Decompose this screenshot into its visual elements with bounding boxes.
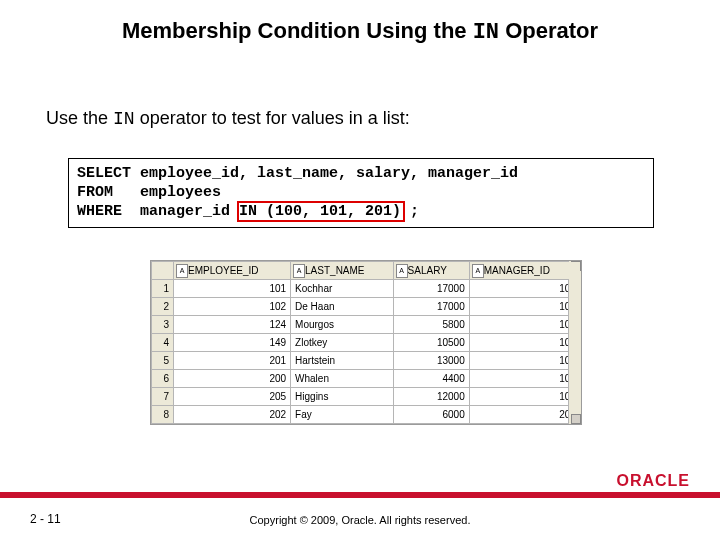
column-icon: A bbox=[396, 264, 408, 278]
slide-title: Membership Condition Using the IN Operat… bbox=[0, 18, 720, 45]
cell-salary: 17000 bbox=[393, 280, 469, 298]
header-label: MANAGER_ID bbox=[484, 265, 550, 276]
header-employee-id: AEMPLOYEE_ID bbox=[174, 262, 291, 280]
row-number: 8 bbox=[152, 406, 174, 424]
cell-last-name: Mourgos bbox=[291, 316, 394, 334]
cell-manager-id: 101 bbox=[469, 370, 580, 388]
table-row: 1101Kochhar17000100 bbox=[152, 280, 581, 298]
subtitle-post: operator to test for values in a list: bbox=[135, 108, 410, 128]
header-last-name: ALAST_NAME bbox=[291, 262, 394, 280]
row-number: 2 bbox=[152, 298, 174, 316]
cell-manager-id: 100 bbox=[469, 298, 580, 316]
cell-last-name: Whalen bbox=[291, 370, 394, 388]
table-body: 1101Kochhar170001002102De Haan1700010031… bbox=[152, 280, 581, 424]
header-label: SALARY bbox=[408, 265, 447, 276]
code-highlighted: IN (100, 101, 201) bbox=[239, 203, 401, 220]
code-line-2: FROM employees bbox=[77, 184, 221, 201]
header-manager-id: AMANAGER_ID bbox=[469, 262, 580, 280]
cell-salary: 5800 bbox=[393, 316, 469, 334]
cell-last-name: Kochhar bbox=[291, 280, 394, 298]
cell-last-name: Fay bbox=[291, 406, 394, 424]
row-number: 6 bbox=[152, 370, 174, 388]
cell-last-name: Hartstein bbox=[291, 352, 394, 370]
row-number: 1 bbox=[152, 280, 174, 298]
results-grid: AEMPLOYEE_ID ALAST_NAME ASALARY AMANAGER… bbox=[150, 260, 582, 425]
cell-employee-id: 101 bbox=[174, 280, 291, 298]
copyright-text: Copyright © 2009, Oracle. All rights res… bbox=[0, 514, 720, 526]
row-number: 7 bbox=[152, 388, 174, 406]
table-row: 2102De Haan17000100 bbox=[152, 298, 581, 316]
table-row: 7205Higgins12000101 bbox=[152, 388, 581, 406]
row-number: 3 bbox=[152, 316, 174, 334]
cell-manager-id: 100 bbox=[469, 352, 580, 370]
subtitle-pre: Use the bbox=[46, 108, 113, 128]
table-row: 6200Whalen4400101 bbox=[152, 370, 581, 388]
title-text-post: Operator bbox=[499, 18, 598, 43]
footer-red-bar bbox=[0, 492, 720, 498]
code-line-3b: ; bbox=[401, 203, 419, 220]
cell-employee-id: 124 bbox=[174, 316, 291, 334]
slide: Membership Condition Using the IN Operat… bbox=[0, 0, 720, 540]
header-salary: ASALARY bbox=[393, 262, 469, 280]
results-table: AEMPLOYEE_ID ALAST_NAME ASALARY AMANAGER… bbox=[151, 261, 581, 424]
cell-salary: 4400 bbox=[393, 370, 469, 388]
cell-manager-id: 201 bbox=[469, 406, 580, 424]
cell-employee-id: 200 bbox=[174, 370, 291, 388]
cell-manager-id: 100 bbox=[469, 280, 580, 298]
title-mono: IN bbox=[473, 20, 499, 45]
slide-subtitle: Use the IN operator to test for values i… bbox=[46, 108, 410, 129]
cell-manager-id: 100 bbox=[469, 316, 580, 334]
cell-salary: 17000 bbox=[393, 298, 469, 316]
table-row: 3124Mourgos5800100 bbox=[152, 316, 581, 334]
code-line-3a: WHERE manager_id bbox=[77, 203, 239, 220]
column-icon: A bbox=[176, 264, 188, 278]
row-number: 4 bbox=[152, 334, 174, 352]
cell-employee-id: 102 bbox=[174, 298, 291, 316]
scrollbar-stub bbox=[568, 261, 581, 424]
cell-manager-id: 101 bbox=[469, 388, 580, 406]
cell-employee-id: 201 bbox=[174, 352, 291, 370]
cell-employee-id: 202 bbox=[174, 406, 291, 424]
header-label: EMPLOYEE_ID bbox=[188, 265, 259, 276]
row-number: 5 bbox=[152, 352, 174, 370]
cell-salary: 12000 bbox=[393, 388, 469, 406]
cell-last-name: De Haan bbox=[291, 298, 394, 316]
title-text-pre: Membership Condition Using the bbox=[122, 18, 473, 43]
cell-last-name: Zlotkey bbox=[291, 334, 394, 352]
code-line-1: SELECT employee_id, last_name, salary, m… bbox=[77, 165, 518, 182]
subtitle-mono: IN bbox=[113, 109, 135, 129]
header-blank bbox=[152, 262, 174, 280]
table-header-row: AEMPLOYEE_ID ALAST_NAME ASALARY AMANAGER… bbox=[152, 262, 581, 280]
cell-employee-id: 205 bbox=[174, 388, 291, 406]
column-icon: A bbox=[472, 264, 484, 278]
column-icon: A bbox=[293, 264, 305, 278]
header-label: LAST_NAME bbox=[305, 265, 364, 276]
cell-last-name: Higgins bbox=[291, 388, 394, 406]
oracle-logo: ORACLE bbox=[616, 472, 690, 490]
table-row: 4149Zlotkey10500100 bbox=[152, 334, 581, 352]
cell-salary: 13000 bbox=[393, 352, 469, 370]
table-row: 8202Fay6000201 bbox=[152, 406, 581, 424]
sql-code-block: SELECT employee_id, last_name, salary, m… bbox=[68, 158, 654, 228]
cell-employee-id: 149 bbox=[174, 334, 291, 352]
cell-manager-id: 100 bbox=[469, 334, 580, 352]
cell-salary: 6000 bbox=[393, 406, 469, 424]
table-row: 5201Hartstein13000100 bbox=[152, 352, 581, 370]
cell-salary: 10500 bbox=[393, 334, 469, 352]
